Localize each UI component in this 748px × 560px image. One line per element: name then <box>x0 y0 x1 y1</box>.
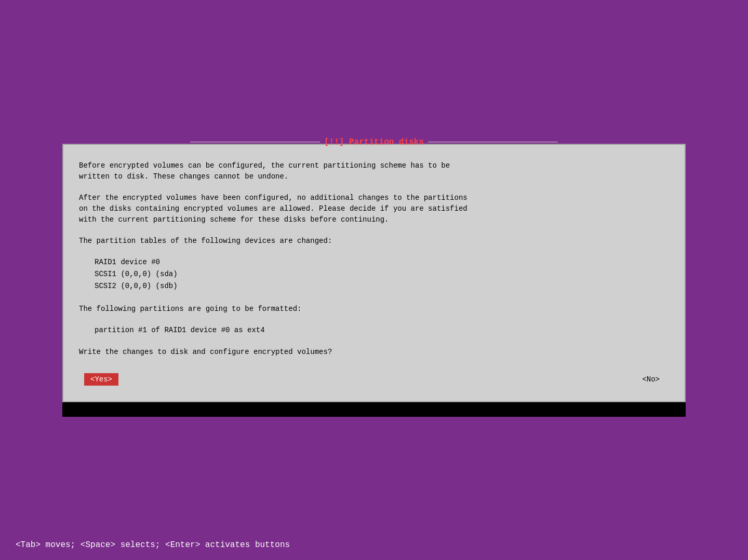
device-list: RAID1 device #0 SCSI1 (0,0,0) (sda) SCSI… <box>95 257 669 292</box>
dialog-content: Before encrypted volumes can be configur… <box>79 160 669 386</box>
bottom-hint-container: <Tab> moves; <Space> selects; <Enter> ac… <box>0 530 748 560</box>
bottom-hint-text: <Tab> moves; <Space> selects; <Enter> ac… <box>16 540 290 550</box>
dialog-title: [!!] Partition disks <box>320 138 428 147</box>
yes-button[interactable]: <Yes> <box>84 373 118 386</box>
black-bar <box>62 402 686 417</box>
partition-list: partition #1 of RAID1 device #0 as ext4 <box>95 325 669 336</box>
title-line-left: —————————————————————————— <box>190 138 320 147</box>
paragraph-1: Before encrypted volumes can be configur… <box>79 160 669 182</box>
paragraph-5: Write the changes to disk and configure … <box>79 347 669 358</box>
device-item-3: SCSI2 (0,0,0) (sdb) <box>95 281 669 292</box>
paragraph-3-heading: The partition tables of the following de… <box>79 236 669 247</box>
no-button[interactable]: <No> <box>638 373 664 386</box>
dialog-box: —————————————————————————— [!!] Partitio… <box>62 144 686 402</box>
device-item-2: SCSI1 (0,0,0) (sda) <box>95 269 669 280</box>
paragraph-4-heading: The following partitions are going to be… <box>79 304 669 315</box>
button-row: <Yes> <No> <box>79 373 669 386</box>
partition-item-1: partition #1 of RAID1 device #0 as ext4 <box>95 325 669 336</box>
screen-container: —————————————————————————— [!!] Partitio… <box>62 144 686 417</box>
paragraph-2: After the encrypted volumes have been co… <box>79 193 669 225</box>
title-line-right: —————————————————————————— <box>428 138 558 147</box>
dialog-title-bar: —————————————————————————— [!!] Partitio… <box>190 138 557 147</box>
device-item-1: RAID1 device #0 <box>95 257 669 268</box>
